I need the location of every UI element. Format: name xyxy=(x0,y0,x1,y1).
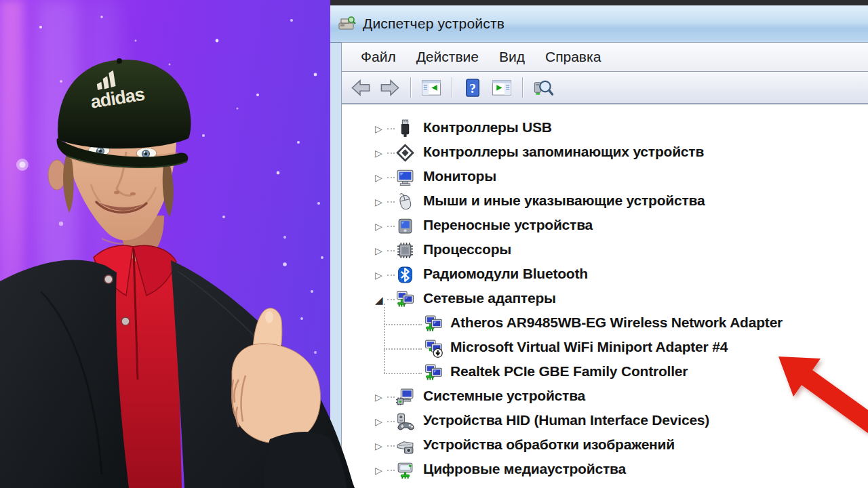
tree-dotted-connector xyxy=(387,201,395,203)
window-title: Диспетчер устройств xyxy=(363,16,505,32)
tree-item-label: Цифровые медиаустройства xyxy=(423,461,626,477)
processor-icon xyxy=(395,241,415,260)
tree-dotted-connector xyxy=(387,274,395,276)
tree-item-label: Устройства обработки изображений xyxy=(423,436,675,453)
forward-button[interactable] xyxy=(378,77,402,99)
toolbar-separator xyxy=(452,77,452,98)
network-adapter-icon xyxy=(424,363,443,382)
help-icon xyxy=(462,77,484,98)
tree-dotted-connector xyxy=(387,177,395,178)
expander-collapsed-icon[interactable]: ▷ xyxy=(375,466,382,475)
tree-item-label: Контроллеры запоминающих устройств xyxy=(423,144,704,160)
menu-item-help[interactable]: Справка xyxy=(535,49,611,65)
expander-collapsed-icon[interactable]: ▷ xyxy=(375,392,382,402)
monitor-icon xyxy=(395,167,415,187)
usb-icon xyxy=(395,119,415,138)
tree-item-label: Устройства HID (Human Interface Devices) xyxy=(423,412,709,428)
tree-dotted-connector xyxy=(387,299,395,300)
arrow-shape xyxy=(778,357,868,444)
tree-dotted-connector xyxy=(387,128,395,129)
tree-item-label: Atheros AR9485WB-EG Wireless Network Ada… xyxy=(450,314,783,331)
tree-item[interactable]: ▷Переносные устройства xyxy=(342,214,868,239)
show-hide-console-tree-button[interactable] xyxy=(419,77,443,99)
tree-dotted-connector xyxy=(387,226,395,227)
tree-top-spacer xyxy=(342,104,868,117)
toolbar-separator xyxy=(522,77,523,98)
mouse-icon xyxy=(395,192,415,211)
show-hide-action-pane-button[interactable] xyxy=(490,77,514,99)
tree-item[interactable]: ▷Радиомодули Bluetooth xyxy=(342,263,868,287)
forward-arrow-icon xyxy=(379,77,401,98)
device-manager-icon xyxy=(338,14,357,33)
network-adapter-icon xyxy=(424,314,443,333)
expander-collapsed-icon[interactable]: ▷ xyxy=(375,270,382,280)
red-annotation-arrow xyxy=(732,338,868,456)
expander-expanded-icon[interactable]: ◢ xyxy=(375,295,383,305)
console-tree-icon xyxy=(420,77,442,98)
tree-item-label: Системные устройства xyxy=(423,388,585,404)
network-adapter-icon xyxy=(395,289,415,309)
tree-item-label: Радиомодули Bluetooth xyxy=(423,266,588,282)
tree-item-label: Контроллеры USB xyxy=(423,119,552,136)
action-pane-icon xyxy=(491,77,513,98)
menu-item-view[interactable]: Вид xyxy=(489,49,535,65)
tree-item[interactable]: Atheros AR9485WB-EG Wireless Network Ada… xyxy=(342,312,868,336)
stars-decoration xyxy=(0,0,339,488)
hid-icon xyxy=(395,411,415,431)
tree-item-label: Переносные устройства xyxy=(423,217,593,233)
tree-item-label: Мониторы xyxy=(423,168,496,184)
expander-collapsed-icon[interactable]: ▷ xyxy=(375,441,382,451)
expander-collapsed-icon[interactable]: ▷ xyxy=(375,124,382,134)
tree-item[interactable]: ◢Сетевые адаптеры xyxy=(342,287,868,312)
menu-bar: ФайлДействиеВидСправка xyxy=(341,42,868,72)
scan-hardware-icon xyxy=(532,77,554,98)
window-top-edge xyxy=(330,0,868,5)
menu-item-file[interactable]: Файл xyxy=(351,49,406,65)
expander-collapsed-icon[interactable]: ▷ xyxy=(375,148,382,158)
tree-dotted-connector xyxy=(387,152,395,154)
storage-controller-icon xyxy=(395,143,415,163)
tree-item[interactable]: ▷Мыши и иные указывающие устройства xyxy=(342,190,868,214)
tree-dotted-connector xyxy=(387,470,395,471)
thumbnail-scene: Диспетчер устройств ФайлДействиеВидСправ… xyxy=(0,0,868,488)
tree-item[interactable]: ▷Процессоры xyxy=(342,239,868,263)
expander-collapsed-icon[interactable]: ▷ xyxy=(375,197,382,207)
tree-item-label: Microsoft Virtual WiFi Miniport Adapter … xyxy=(450,339,728,355)
help-button[interactable] xyxy=(460,77,485,99)
media-device-icon xyxy=(395,460,415,480)
expander-collapsed-icon[interactable]: ▷ xyxy=(375,173,382,182)
tree-item[interactable]: ▷Контроллеры запоминающих устройств xyxy=(342,141,868,165)
expander-collapsed-icon[interactable]: ▷ xyxy=(375,246,382,256)
back-button[interactable] xyxy=(349,77,373,99)
tree-dotted-connector xyxy=(387,445,395,447)
network-adapter-disabled-icon xyxy=(424,338,443,358)
expander-collapsed-icon[interactable]: ▷ xyxy=(375,417,382,426)
tree-dotted-connector xyxy=(387,396,395,398)
bluetooth-icon xyxy=(395,265,415,285)
tree-item-label: Мыши и иные указывающие устройства xyxy=(423,192,705,209)
tree-dotted-connector xyxy=(387,250,395,251)
system-devices-icon xyxy=(395,387,415,407)
imaging-icon xyxy=(395,436,415,455)
tree-item[interactable]: ▷Контроллеры USB xyxy=(342,117,868,141)
tree-item[interactable]: ▷Цифровые медиаустройства xyxy=(342,458,868,483)
tree-item-label: Сетевые адаптеры xyxy=(423,290,556,306)
portable-device-icon xyxy=(395,216,415,236)
toolbar-separator xyxy=(410,77,411,98)
tree-item-label: Процессоры xyxy=(423,241,511,258)
tree-item-label: Realtek PCIe GBE Family Controller xyxy=(450,363,688,380)
tree-item[interactable]: ▷Мониторы xyxy=(342,165,868,190)
window-titlebar[interactable]: Диспетчер устройств xyxy=(330,5,868,43)
back-arrow-icon xyxy=(350,77,372,98)
scan-hardware-changes-button[interactable] xyxy=(531,77,555,99)
expander-collapsed-icon[interactable]: ▷ xyxy=(375,222,382,231)
toolbar xyxy=(341,72,868,104)
tree-dotted-connector xyxy=(387,421,395,422)
menu-item-action[interactable]: Действие xyxy=(406,49,489,65)
